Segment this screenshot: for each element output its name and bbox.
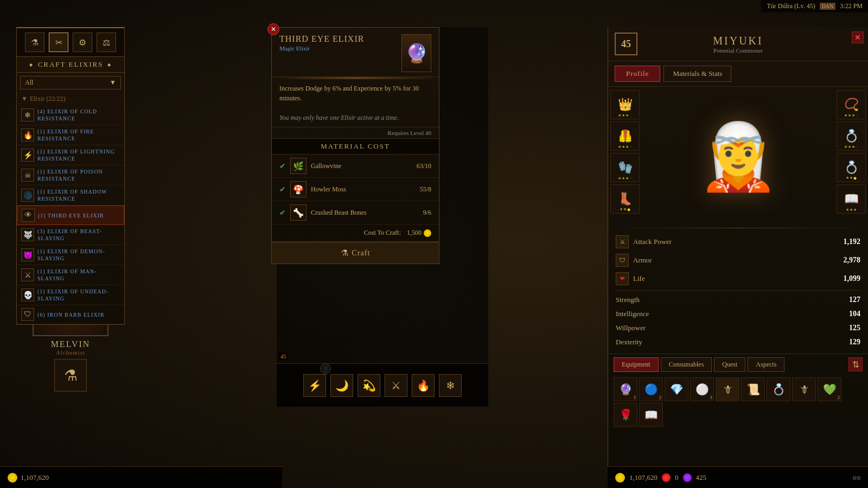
elixir-list: ❄ (4) ELIXIR OF COLD RESISTANCE 🔥 (1) EL… xyxy=(17,105,124,324)
world-level: 45 xyxy=(279,352,288,360)
red-currency-icon xyxy=(662,473,671,482)
gear-slot-gloves[interactable]: 🧤 ★★★☆ xyxy=(610,153,640,182)
skill-slot-5[interactable]: ❄ xyxy=(439,374,462,397)
slot-info: 0/0 xyxy=(853,474,860,481)
elixir-icon: ❄ xyxy=(21,108,34,121)
elixir-item[interactable]: ❄ (4) ELIXIR OF COLD RESISTANCE xyxy=(17,105,124,125)
intelligence-label: Intelligence xyxy=(616,310,649,318)
elixir-name: (1) ELIXIR OF LIGHTNING RESISTANCE xyxy=(37,148,120,162)
eq-stone[interactable]: ⚪3 xyxy=(690,377,714,401)
char-header: 45 MIYUKI Potential Commoner xyxy=(608,27,868,61)
elixir-item[interactable]: 🐺 (3) ELIXIR OF BEAST-SLAYING xyxy=(17,225,124,245)
elixir-item[interactable]: 👁 (1) THIRD EYE ELIXIR xyxy=(17,206,124,225)
skill-slot-2[interactable]: 💫 xyxy=(358,374,380,397)
material-icon: 🍄 xyxy=(290,181,307,197)
craft-title: CRAFT ELIXIRS xyxy=(38,60,104,69)
armor-label: Armor xyxy=(633,256,652,265)
tab-quest[interactable]: Quest xyxy=(714,357,745,372)
eq-sphere[interactable]: 🔵2 xyxy=(639,377,663,401)
filter-dropdown[interactable]: All ▼ xyxy=(20,76,121,89)
skill-slot-1[interactable]: 🌙 xyxy=(330,374,353,397)
material-icon: 🦴 xyxy=(290,204,307,221)
skill-slot-q[interactable]: ⚡ xyxy=(303,374,326,397)
gear-slot-amulet[interactable]: 📿 ★★★☆ xyxy=(837,90,866,119)
tab-aspects[interactable]: Aspects xyxy=(748,357,784,372)
tab-equipment[interactable]: Equipment xyxy=(614,357,659,372)
armor-value: 2,978 xyxy=(844,256,861,265)
tooltip-flavor: You may only have one Elixir active at a… xyxy=(279,114,399,121)
tab-brew[interactable]: ⚗ xyxy=(25,33,44,52)
eq-ring[interactable]: 💍 xyxy=(767,377,790,401)
right-panel-close[interactable]: ✕ xyxy=(852,31,864,43)
eq-book[interactable]: 📖 xyxy=(639,403,663,427)
eq-gem[interactable]: 💎 xyxy=(665,377,688,401)
material-cost-label: MATERIAL COST xyxy=(321,142,390,150)
stat-attack-power: ⚔ Attack Power 1,192 xyxy=(616,233,860,251)
stat-armor: 🛡 Armor 2,978 xyxy=(616,251,860,269)
stat-intelligence: Intelligence 104 xyxy=(616,307,860,321)
gear-slot-boots[interactable]: 👢 ★★◆ xyxy=(610,184,640,214)
dexterity-value: 129 xyxy=(849,338,860,346)
tooltip-header: THIRD EYE ELIXIR Magic Elixir 🔮 xyxy=(272,28,439,77)
elixir-name: (1) ELIXIR OF SHADOW RESISTANCE xyxy=(37,188,120,202)
purple-currency-icon xyxy=(683,473,692,482)
tab-craft[interactable]: ✂ xyxy=(49,33,68,52)
eq-herb[interactable]: 🌹 xyxy=(614,403,637,427)
gear-slot-ring2[interactable]: 💍 ★★◆ xyxy=(837,153,866,182)
tooltip-close-btn[interactable]: ✕ xyxy=(267,23,279,35)
cost-to-craft: Cost To Craft: 1,500 xyxy=(272,224,439,242)
material-qty: 63/10 xyxy=(417,162,431,170)
tab-balance[interactable]: ⚖ xyxy=(97,33,116,52)
profile-button[interactable]: Profile xyxy=(615,66,660,82)
elixir-icon: ⚔ xyxy=(21,268,34,281)
char-info: MIYUKI Potential Commoner xyxy=(643,35,833,54)
requires-level-text: Requires Level 40 xyxy=(387,130,431,136)
char-level-badge: 45 xyxy=(615,33,637,55)
gear-slot-ring1[interactable]: 💍 ★★★☆ xyxy=(837,121,866,151)
dropdown-arrow: ▼ xyxy=(110,79,116,87)
material-check: ✔ xyxy=(279,162,286,171)
char-figure: 🧝 xyxy=(698,125,779,190)
elixir-item[interactable]: ☠ (1) ELIXIR OF POISON RESISTANCE xyxy=(17,165,124,185)
elixir-item[interactable]: 🛡 (6) IRON BARB ELIXIR xyxy=(17,305,124,324)
eq-gem2[interactable]: 💚2 xyxy=(818,377,841,401)
gear-slot-offhand[interactable]: 📖 ★★★ xyxy=(837,184,866,214)
material-item: ✔ 🌿 Gallowvine 63/10 xyxy=(272,155,439,178)
eq-blade[interactable]: 🗡 xyxy=(716,377,739,401)
char-model-area: 🧝 xyxy=(642,87,834,228)
npc-role: Alchemist xyxy=(16,349,125,356)
ring1-icon: 💍 xyxy=(844,129,859,143)
elixir-name: (3) ELIXIR OF BEAST-SLAYING xyxy=(37,228,120,242)
elixir-item[interactable]: ⚡ (1) ELIXIR OF LIGHTNING RESISTANCE xyxy=(17,145,124,165)
eq-orb[interactable]: 🔮3 xyxy=(614,377,637,401)
gold-coin-icon-right xyxy=(615,473,625,483)
material-item: ✔ 🦴 Crushed Beast Bones 9/6 xyxy=(272,201,439,224)
char-name: MIYUKI xyxy=(643,35,833,47)
material-icon: 🌿 xyxy=(290,158,307,174)
tooltip-item-icon: 🔮 xyxy=(405,42,428,64)
elixir-icon: 🌑 xyxy=(21,189,34,202)
gear-slot-chest[interactable]: 🦺 ★★★☆ xyxy=(610,121,640,151)
tooltip-item-image: 🔮 xyxy=(401,34,431,72)
eq-dagger[interactable]: 🗡 xyxy=(792,377,816,401)
gear-left-col: 👑 ★★★☆ 🦺 ★★★☆ 🧤 ★★★☆ 👢 ★★◆ xyxy=(608,87,642,228)
elixir-item[interactable]: 😈 (1) ELIXIR OF DEMON-SLAYING xyxy=(17,245,124,265)
sort-button[interactable]: ⇅ xyxy=(848,357,863,371)
elixir-item[interactable]: 🌑 (1) ELIXIR OF SHADOW RESISTANCE xyxy=(17,185,124,206)
tooltip-title: THIRD EYE ELIXIR xyxy=(279,34,364,44)
craft-button[interactable]: ⚗ Craft xyxy=(272,242,439,264)
tab-gear[interactable]: ⚙ xyxy=(73,33,92,52)
materials-stats-button[interactable]: Materials & Stats xyxy=(663,66,731,82)
elixir-name: (1) ELIXIR OF DEMON-SLAYING xyxy=(37,248,120,262)
tab-consumables[interactable]: Consumables xyxy=(661,357,712,372)
deco-left: ◆ xyxy=(29,62,34,67)
skill-slot-4[interactable]: 🔥 xyxy=(412,374,435,397)
action-buttons: Profile Materials & Stats xyxy=(608,61,868,87)
elixir-item[interactable]: 💀 (1) ELIXIR OF UNDEAD-SLAYING xyxy=(17,285,124,305)
elixir-item[interactable]: 🔥 (1) ELIXIR OF FIRE RESISTANCE xyxy=(17,125,124,145)
gear-slot-helm[interactable]: 👑 ★★★☆ xyxy=(610,90,640,119)
elixir-item[interactable]: ⚔ (1) ELIXIR OF MAN-SLAYING xyxy=(17,265,124,285)
ring2-icon: 💍 xyxy=(844,160,859,175)
skill-slot-3[interactable]: ⚔ xyxy=(385,374,407,397)
eq-scroll[interactable]: 📜 xyxy=(741,377,765,401)
